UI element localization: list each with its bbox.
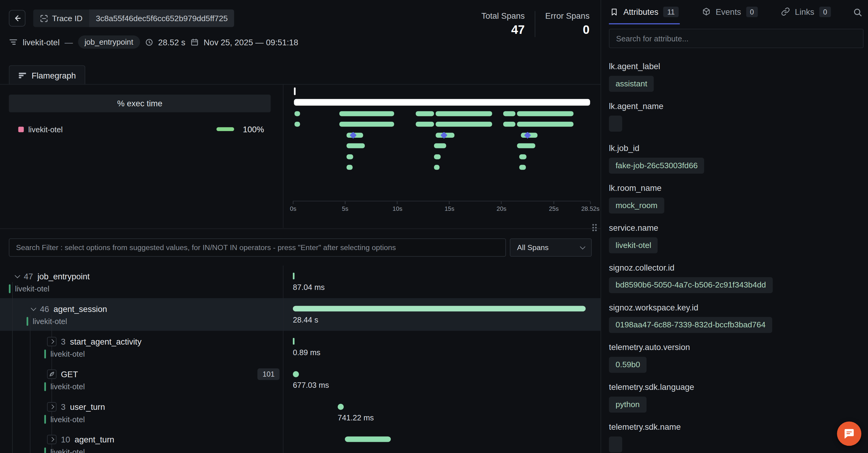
expand-button[interactable] [47,402,57,412]
span-duration-bar[interactable] [345,436,391,442]
support-chat-button[interactable] [837,422,861,446]
span-duration-bar[interactable] [338,404,344,410]
span-row-agent-session[interactable]: 46 agent_session livekit-otel 28.44 s [0,298,600,331]
span-duration-bar[interactable] [293,371,299,377]
flame-span-bar[interactable] [503,122,515,127]
attribute-value[interactable]: 0.59b0 [609,357,647,373]
flame-span-bar[interactable] [339,111,394,116]
flame-span-bar[interactable] [434,165,440,170]
attribute-key: signoz.collector.id [609,263,861,272]
span-scope-value: All Spans [517,243,549,251]
attribute-value[interactable]: assistant [609,76,654,92]
total-spans: Total Spans 47 [482,11,525,37]
flame-span-bar[interactable] [294,99,590,106]
span-cell[interactable]: 3 user_turn livekit-otel [0,396,283,428]
span-name: job_entrypoint [37,271,90,281]
flame-span-bar[interactable] [503,111,515,116]
flame-span-bar[interactable] [519,154,526,159]
span-cell[interactable]: 10 agent_turn livekit-otel [0,428,283,453]
service-name: livekit-otel [33,317,67,326]
span-cell[interactable]: GET livekit-otel 101 [0,363,283,396]
flame-span-bar[interactable] [434,143,446,148]
flame-span-bar[interactable] [295,122,301,127]
back-button[interactable] [9,10,25,27]
span-cell[interactable]: 46 agent_session livekit-otel [0,298,283,331]
flame-span-bar[interactable] [339,122,394,127]
total-spans-label: Total Spans [482,11,525,21]
calendar-icon [190,38,198,46]
flame-span-bar[interactable] [294,87,296,95]
flame-span-bar[interactable] [435,122,492,127]
attribute-search-input[interactable] [609,29,864,48]
tab-flamegraph[interactable]: Flamegraph [9,65,85,85]
flame-span-bar[interactable] [415,122,434,127]
span-row-start-agent-activity[interactable]: 3 start_agent_activity livekit-otel 0.89… [0,331,600,363]
legend-service-name: livekit-otel [28,125,63,133]
flame-span-bar[interactable] [519,165,526,170]
span-name: user_turn [70,402,105,412]
leaf-icon [49,371,55,377]
span-row-job-entrypoint[interactable]: 47 job_entrypoint livekit-otel 87.04 ms [0,265,600,298]
legend-percent-value: 100% [240,124,264,134]
collapse-chevron-icon[interactable] [15,273,20,278]
attribute-value[interactable]: python [609,396,647,413]
trace-id-label: Trace ID [52,14,83,23]
service-color-accent [44,415,46,424]
expand-button[interactable] [47,435,57,444]
axis-tick-label: 0s [290,205,296,212]
tab-events[interactable]: Events 0 [701,0,759,25]
attribute-value[interactable]: mock_room [609,197,664,214]
attribute-key: telemetry.sdk.name [609,422,861,431]
tab-links[interactable]: Links 0 [780,0,832,25]
flame-span-bar[interactable] [517,111,574,116]
attribute-value[interactable]: fake-job-26c53003fd66 [609,158,705,174]
panel-resize-handle[interactable] [592,224,600,233]
flame-span-bar[interactable] [517,122,574,127]
collapse-chevron-icon[interactable] [31,305,36,311]
span-row-user-turn[interactable]: 3 user_turn livekit-otel 741.22 ms [0,396,600,428]
trace-duration: 28.52 s [158,37,185,47]
span-row-agent-turn[interactable]: 10 agent_turn livekit-otel [0,428,600,453]
events-count-badge: 0 [746,6,758,17]
span-duration-label: 0.89 ms [293,348,320,357]
attribute-value[interactable]: livekit-otel [609,237,658,253]
flame-span-bar[interactable] [347,143,365,148]
arrow-left-icon [13,14,22,23]
flame-span-bar[interactable] [295,111,301,116]
attribute-key: lk.job_id [609,143,861,153]
attribute-key: telemetry.sdk.language [609,382,861,392]
attribute-value[interactable]: 0198aa47-6c88-7339-832d-bccfb3bad764 [609,317,772,333]
service-legend-row[interactable]: livekit-otel 100% [9,124,271,134]
flame-span-bar[interactable] [347,165,353,170]
attribute-value[interactable] [609,436,622,452]
span-duration-bar[interactable] [293,306,586,311]
attribute-value[interactable] [609,116,622,132]
time-axis: 0s5s10s15s20s25s28.52s [293,201,590,218]
flame-span-bar[interactable] [415,111,434,116]
span-duration-label: 677.03 ms [293,381,329,389]
span-cell[interactable]: 3 start_agent_activity livekit-otel [0,331,283,363]
axis-tick-label: 10s [393,205,403,212]
root-span-pill[interactable]: job_entrypoint [78,35,140,48]
span-scope-select[interactable]: All Spans [510,238,592,256]
span-filter-input[interactable] [9,238,506,256]
tab-attributes[interactable]: Attributes 11 [609,0,680,25]
span-duration-bar[interactable] [293,273,294,279]
span-duration-bar[interactable] [293,338,294,345]
tree-column-divider [283,265,283,453]
flame-span-bar[interactable] [347,154,353,159]
span-duration-label: 87.04 ms [293,283,324,291]
axis-tick: 10s [397,201,398,204]
flame-span-bar[interactable] [517,143,535,148]
sidebar-tabs: Attributes 11 Events 0 Links 0 [601,0,868,25]
flamegraph-canvas[interactable] [293,86,590,201]
attribute-value[interactable]: bd8590b6-5050-4a7c-b506-2c91f343b4dd [609,277,773,293]
sidebar-search-button[interactable] [853,7,863,17]
flame-span-bar[interactable] [435,111,492,116]
flame-span-bar[interactable] [434,154,441,159]
axis-tick: 20s [501,201,502,204]
expand-button[interactable] [47,337,57,346]
trace-id-chip[interactable]: Trace ID 3c8a55f46dec5f6cc652b979dd5ff72… [33,9,235,27]
span-cell[interactable]: 47 job_entrypoint livekit-otel [0,265,283,298]
span-row-get[interactable]: GET livekit-otel 101 677.03 ms [0,363,600,396]
